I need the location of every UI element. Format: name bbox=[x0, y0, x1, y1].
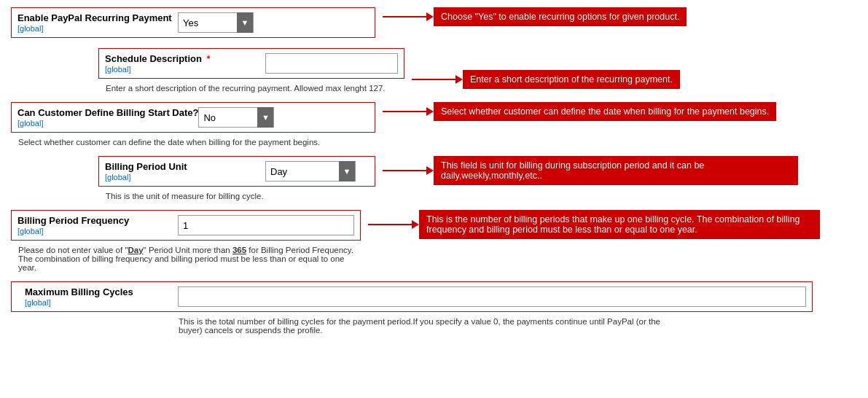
enable-paypal-callout-area: Choose "Yes" to enable recurring options… bbox=[383, 7, 857, 26]
max-billing-cycles-input[interactable] bbox=[178, 286, 806, 307]
billing-start-date-select[interactable]: No Yes bbox=[199, 108, 257, 127]
enable-paypal-label: Enable PayPal Recurring Payment [global] bbox=[17, 12, 178, 33]
billing-period-frequency-callout: This is the number of billing periods th… bbox=[419, 210, 820, 239]
schedule-description-callout: Enter a short description of the recurri… bbox=[463, 70, 680, 89]
billing-start-date-select-wrapper[interactable]: No Yes ▼ bbox=[198, 107, 274, 128]
billing-start-date-callout: Select whether customer can define the d… bbox=[434, 102, 776, 121]
schedule-description-callout-area: Enter a short description of the recurri… bbox=[412, 70, 857, 89]
billing-start-date-hint: Select whether customer can define the d… bbox=[11, 136, 375, 149]
required-star: * bbox=[207, 53, 211, 64]
enable-paypal-callout: Choose "Yes" to enable recurring options… bbox=[434, 7, 687, 26]
enable-paypal-select-arrow[interactable]: ▼ bbox=[237, 12, 253, 33]
billing-start-date-callout-arrow bbox=[383, 107, 434, 116]
schedule-description-hint: Enter a short description of the recurri… bbox=[98, 82, 404, 95]
billing-period-unit-field: Billing Period Unit [global] Day Week Mo… bbox=[98, 156, 375, 187]
billing-period-frequency-hint: Please do not enter value of "Day" Perio… bbox=[11, 243, 361, 274]
schedule-desc-arrow bbox=[412, 75, 463, 84]
schedule-description-field: Schedule Description * [global] bbox=[98, 48, 404, 79]
max-billing-cycles-label: Maximum Billing Cycles [global] bbox=[17, 286, 178, 307]
max-billing-cycles-field: Maximum Billing Cycles [global] bbox=[11, 281, 813, 312]
billing-period-unit-arrow[interactable]: ▼ bbox=[339, 161, 355, 182]
billing-start-date-arrow[interactable]: ▼ bbox=[257, 107, 273, 128]
enable-paypal-select[interactable]: Yes No bbox=[179, 13, 237, 32]
billing-period-unit-label: Billing Period Unit [global] bbox=[105, 161, 265, 182]
billing-period-unit-select[interactable]: Day Week Month Year bbox=[266, 162, 339, 181]
billing-period-unit-callout-arrow bbox=[383, 166, 434, 175]
billing-start-date-label: Can Customer Define Billing Start Date? … bbox=[17, 107, 198, 128]
billing-freq-callout-arrow bbox=[368, 220, 419, 229]
billing-period-unit-select-wrapper[interactable]: Day Week Month Year ▼ bbox=[265, 161, 356, 182]
billing-period-frequency-field: Billing Period Frequency [global] bbox=[11, 210, 361, 241]
schedule-description-input[interactable] bbox=[265, 53, 398, 74]
callout-arrow bbox=[383, 12, 434, 21]
billing-period-unit-callout-area: This field is unit for billing during su… bbox=[383, 156, 857, 185]
billing-period-frequency-input[interactable] bbox=[178, 215, 354, 235]
billing-period-frequency-callout-area: This is the number of billing periods th… bbox=[368, 210, 857, 239]
enable-paypal-select-wrapper[interactable]: Yes No ▼ bbox=[178, 12, 254, 33]
billing-period-unit-callout: This field is unit for billing during su… bbox=[434, 156, 798, 185]
billing-start-date-field: Can Customer Define Billing Start Date? … bbox=[11, 102, 375, 133]
billing-period-unit-hint: This is the unit of measure for billing … bbox=[98, 190, 375, 203]
enable-paypal-field: Enable PayPal Recurring Payment [global]… bbox=[11, 7, 375, 38]
billing-period-frequency-label: Billing Period Frequency [global] bbox=[17, 215, 178, 235]
schedule-description-label: Schedule Description * [global] bbox=[105, 53, 265, 74]
max-billing-cycles-hint: This is the total number of billing cycl… bbox=[11, 315, 667, 337]
billing-start-date-callout-area: Select whether customer can define the d… bbox=[383, 102, 857, 121]
